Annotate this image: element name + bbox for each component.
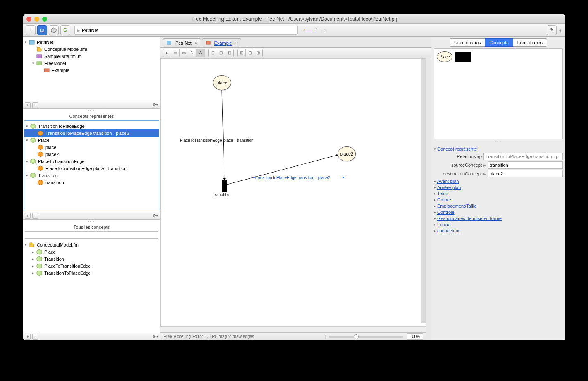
tab-concepts[interactable]: Concepts bbox=[485, 38, 513, 47]
zoom-icon[interactable] bbox=[42, 17, 47, 22]
gear-icon[interactable]: ⚙▾ bbox=[152, 103, 158, 107]
tree-item[interactable]: PlaceToTransitionEdge place - transition bbox=[45, 166, 127, 171]
section-concept[interactable]: Concept représenté bbox=[437, 146, 477, 151]
zoom-value[interactable]: 100% bbox=[407, 333, 423, 340]
tree-item[interactable]: place2 bbox=[45, 152, 60, 157]
filter-input[interactable] bbox=[25, 231, 158, 239]
remove-button[interactable]: − bbox=[32, 334, 38, 340]
zoom-thumb[interactable] bbox=[354, 334, 359, 339]
tree-item[interactable]: TransitionToPlaceEdge bbox=[43, 271, 92, 276]
tree-item[interactable]: Transition bbox=[43, 256, 65, 261]
disclosure-icon[interactable]: ▾ bbox=[26, 138, 30, 142]
tree-item[interactable]: PlaceToTransitionEdge bbox=[43, 264, 92, 268]
section-link[interactable]: Ombre bbox=[437, 197, 451, 202]
chevron-right-icon[interactable]: ▸ bbox=[434, 229, 436, 233]
diagram-canvas[interactable]: place place2 transition PlaceToTransitio… bbox=[160, 58, 426, 326]
section-link[interactable]: Controle bbox=[437, 210, 455, 215]
tree-item[interactable]: SampleData.fml.rt bbox=[43, 54, 81, 59]
tree-item[interactable]: FreeModel bbox=[43, 61, 67, 66]
add-button[interactable]: + bbox=[25, 213, 31, 219]
tab-used-shapes[interactable]: Used shapes bbox=[450, 38, 485, 47]
align-c-icon[interactable]: ⊟ bbox=[225, 49, 233, 57]
disclosure-icon[interactable]: ▸ bbox=[32, 264, 36, 268]
drag-handle-icon[interactable]: ••• bbox=[23, 220, 160, 223]
disclosure-icon[interactable]: ▸ bbox=[32, 250, 36, 254]
gear-icon[interactable]: ⚙▾ bbox=[152, 334, 158, 339]
dist-c-icon[interactable]: ⊞ bbox=[254, 49, 262, 57]
vertical-scrollbar[interactable] bbox=[421, 59, 426, 323]
close-icon[interactable]: × bbox=[195, 41, 198, 46]
nav-back-icon[interactable]: ⟸ bbox=[303, 27, 312, 34]
section-link[interactable]: Forme bbox=[437, 222, 450, 227]
tree-item[interactable]: PlaceToTransitionEdge bbox=[37, 159, 86, 164]
disclosure-icon[interactable]: ▾ bbox=[25, 40, 29, 44]
section-link[interactable]: Emplacement/Taille bbox=[437, 204, 476, 208]
text-tool-icon[interactable]: A bbox=[196, 49, 205, 57]
align-h-icon[interactable]: ⊟ bbox=[209, 49, 217, 57]
gear-icon[interactable]: ⚙▾ bbox=[152, 213, 158, 218]
remove-button[interactable]: − bbox=[32, 102, 38, 108]
pointer-tool-icon[interactable]: ▸ bbox=[163, 49, 171, 57]
dist-v-icon[interactable]: ⊞ bbox=[246, 49, 254, 57]
rect2-tool-icon[interactable]: ▭ bbox=[180, 49, 188, 57]
tree-item[interactable]: Transition bbox=[37, 173, 59, 178]
section-link[interactable]: Arrière-plan bbox=[437, 185, 461, 190]
dist-h-icon[interactable]: ⊞ bbox=[238, 49, 246, 57]
toolbar-edit-icon[interactable]: ✎ bbox=[547, 25, 557, 35]
section-link[interactable]: Gestionnaires de mise en forme bbox=[437, 216, 502, 221]
rect-tool-icon[interactable]: ▭ bbox=[171, 49, 180, 57]
node-transition[interactable] bbox=[222, 180, 227, 192]
palette-place-shape[interactable]: Place bbox=[437, 51, 452, 62]
tab-free-shapes[interactable]: Free shapes bbox=[513, 38, 547, 47]
toolbar-gina-icon[interactable]: G bbox=[60, 25, 70, 35]
tree-root[interactable]: PetriNet bbox=[36, 40, 54, 45]
add-button[interactable]: + bbox=[25, 102, 31, 108]
tab-example[interactable]: Example × bbox=[202, 38, 242, 47]
relationship-field[interactable]: TransitionToPlaceEdge transition - p bbox=[483, 153, 563, 160]
disclosure-icon[interactable]: ▾ bbox=[26, 173, 30, 177]
concepts-tree[interactable]: ▾TransitionToPlaceEdge TransitionToPlace… bbox=[24, 120, 159, 211]
section-link[interactable]: Texte bbox=[437, 191, 448, 196]
close-icon[interactable]: × bbox=[235, 41, 238, 46]
project-tree[interactable]: ▾PetriNet ConceptualModel.fml SampleData… bbox=[23, 37, 160, 101]
toolbar-perspective-icon[interactable]: ▧ bbox=[37, 25, 47, 35]
chevron-down-icon[interactable]: ▾ bbox=[434, 147, 436, 151]
node-place2[interactable]: place2 bbox=[338, 146, 356, 161]
tree-item[interactable]: Place bbox=[37, 138, 50, 143]
close-icon[interactable] bbox=[26, 17, 31, 22]
palette[interactable]: Place bbox=[434, 48, 563, 139]
tree-item[interactable]: TransitionToPlaceEdge bbox=[37, 124, 86, 129]
chevron-right-icon[interactable]: ▸ bbox=[434, 192, 436, 196]
remove-button[interactable]: − bbox=[32, 213, 38, 219]
tree-item[interactable]: place bbox=[45, 145, 57, 150]
chevron-right-icon[interactable]: ▸ bbox=[434, 210, 436, 214]
disclosure-icon[interactable]: ▾ bbox=[26, 159, 30, 163]
nav-forward-icon[interactable]: ⇨ bbox=[321, 27, 326, 34]
disclosure-icon[interactable]: ▾ bbox=[25, 243, 29, 247]
toolbar-expand-icon[interactable]: ⟐ bbox=[558, 27, 563, 33]
dropdown-icon[interactable]: ▸ bbox=[483, 171, 486, 177]
breadcrumb[interactable]: ▸ PetriNet bbox=[74, 26, 298, 35]
tab-petrinet[interactable]: PetriNet × bbox=[163, 38, 201, 47]
nav-up-icon[interactable]: ⇧ bbox=[314, 27, 319, 34]
tree-item[interactable]: Place bbox=[43, 249, 57, 254]
line-tool-icon[interactable]: ╲ bbox=[188, 49, 196, 57]
dest-concept-field[interactable]: place2 bbox=[488, 170, 563, 177]
section-link[interactable]: connecteur bbox=[437, 228, 459, 233]
add-button[interactable]: + bbox=[25, 334, 31, 340]
toolbar-dropdown-icon[interactable]: ⋮ bbox=[26, 25, 36, 35]
minimize-icon[interactable] bbox=[34, 17, 39, 22]
source-concept-field[interactable]: transition bbox=[488, 161, 563, 169]
chevron-right-icon[interactable]: ▸ bbox=[434, 204, 436, 208]
disclosure-icon[interactable]: ▸ bbox=[32, 271, 36, 275]
drag-handle-icon[interactable]: ••• bbox=[23, 109, 160, 112]
tree-item[interactable]: Example bbox=[51, 68, 70, 73]
node-place[interactable]: place bbox=[213, 75, 231, 90]
chevron-right-icon[interactable]: ▸ bbox=[434, 223, 436, 227]
all-concepts-tree[interactable]: ▾ConceptualModel.fml ▸Place ▸Transition … bbox=[23, 240, 160, 333]
toolbar-cube-icon[interactable] bbox=[49, 25, 59, 35]
tree-item-selected[interactable]: TransitionToPlaceEdge transition - place… bbox=[45, 131, 130, 136]
align-v-icon[interactable]: ⊟ bbox=[217, 49, 225, 57]
chevron-right-icon[interactable]: ▸ bbox=[434, 216, 436, 220]
chevron-right-icon[interactable]: ▸ bbox=[434, 185, 436, 189]
